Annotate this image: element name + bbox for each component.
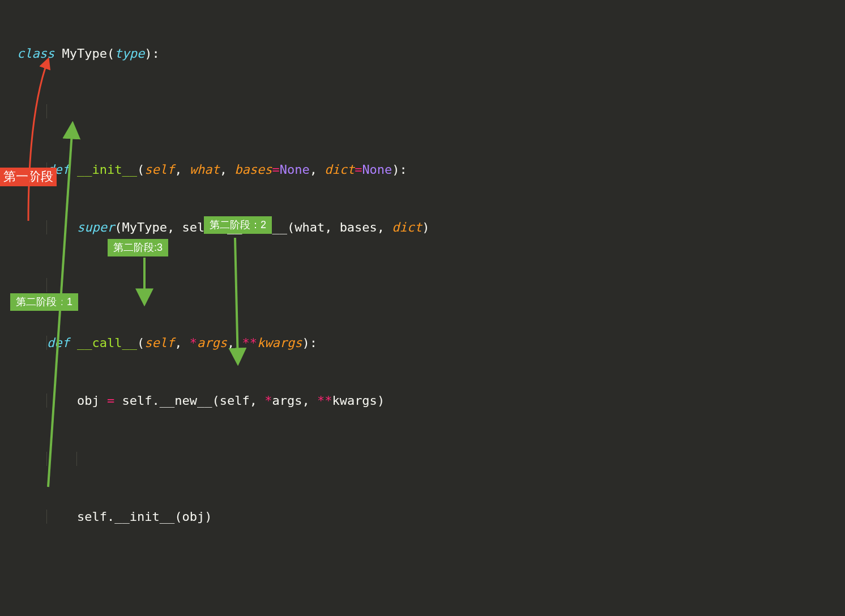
code-line: def __call__(self, *args, **kwargs): xyxy=(0,333,845,353)
annotation-phase2-3: 第二阶段:3 xyxy=(108,239,168,256)
code-line xyxy=(0,450,845,469)
keyword-class: class xyxy=(17,46,54,61)
code-line: self.__init__(obj) xyxy=(0,507,845,527)
code-line: def __init__(self, what, bases=None, dic… xyxy=(0,160,845,179)
code-line xyxy=(0,276,845,295)
code-line: super(MyType, self).__init__(what, bases… xyxy=(0,218,845,237)
class-name: MyType xyxy=(62,46,106,61)
code-line: obj = self.__new__(self, *args, **kwargs… xyxy=(0,391,845,410)
annotation-phase1: 第一阶段 xyxy=(0,168,57,186)
annotation-phase2-1: 第二阶段：1 xyxy=(10,293,78,311)
method-name: __init__ xyxy=(77,162,137,177)
code-line: class MyType(type): xyxy=(0,44,845,63)
code-block: class MyType(type): def __init__(self, w… xyxy=(0,6,845,616)
code-line xyxy=(0,102,845,121)
code-line xyxy=(0,565,845,584)
annotation-phase2-2: 第二阶段：2 xyxy=(204,216,272,234)
base-type: type xyxy=(114,46,144,61)
